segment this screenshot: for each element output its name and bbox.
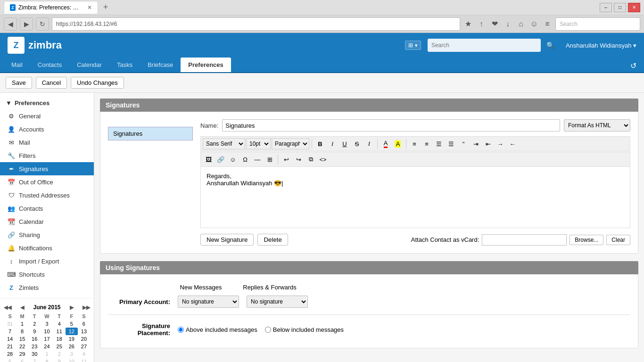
align-right-button[interactable]: ⇥ — [470, 138, 481, 149]
cal-day[interactable]: 6 — [78, 320, 90, 328]
close-button[interactable]: ✕ — [628, 3, 640, 12]
cal-day[interactable]: 5 — [66, 320, 78, 328]
paragraph-select[interactable]: Paragraph — [272, 138, 309, 149]
cal-day[interactable]: 13 — [78, 328, 90, 335]
cal-day[interactable]: 5 — [4, 358, 16, 362]
address-bar[interactable]: https://192.168.43.12/#6 — [52, 17, 460, 31]
home-icon[interactable]: ⌂ — [516, 19, 526, 29]
cal-day[interactable]: 25 — [53, 343, 66, 350]
cal-day[interactable]: 8 — [16, 328, 28, 335]
align-left-button[interactable]: ≡ — [409, 138, 420, 149]
back-button[interactable]: ◀ — [4, 17, 17, 31]
pocket-icon[interactable]: ❤ — [489, 19, 500, 29]
align-justify-button[interactable]: ⇤ — [482, 138, 494, 149]
tab-briefcase[interactable]: Briefcase — [140, 58, 181, 72]
menu-icon[interactable]: ≡ — [542, 19, 553, 29]
font-size-select[interactable]: 10pt — [246, 138, 271, 149]
cal-day[interactable]: 28 — [4, 350, 16, 358]
tab-preferences[interactable]: Preferences — [181, 58, 231, 72]
cal-day[interactable]: 1 — [41, 350, 53, 358]
cal-day[interactable]: 10 — [41, 328, 53, 335]
indent-button[interactable]: → — [495, 138, 506, 149]
cal-day[interactable]: 9 — [28, 328, 41, 335]
download-icon[interactable]: ↓ — [503, 19, 513, 29]
cal-prev-prev[interactable]: ◀◀ — [4, 304, 11, 311]
cal-day[interactable]: 29 — [16, 350, 28, 358]
maximize-button[interactable]: □ — [614, 3, 626, 12]
cal-day[interactable]: 10 — [66, 358, 78, 362]
sidebar-item-filters[interactable]: 🔧 Filters — [0, 149, 94, 162]
sidebar-item-zimlets[interactable]: Z Zimlets — [0, 281, 94, 294]
blockquote-button[interactable]: " — [458, 138, 469, 149]
redo-button[interactable]: ↪ — [293, 154, 304, 165]
cal-day[interactable]: 19 — [66, 335, 78, 343]
cal-day[interactable]: 2 — [53, 350, 66, 358]
replies-select[interactable]: No signature — [247, 296, 308, 308]
name-input[interactable] — [222, 119, 560, 132]
cal-day[interactable]: 20 — [78, 335, 90, 343]
sig-list-item[interactable]: Signatures — [108, 127, 193, 140]
sidebar-preferences-header[interactable]: ▼ Preferences — [0, 97, 94, 109]
editor-area[interactable]: Regards, Ansharullah Widiansyah 😎| — [200, 167, 630, 228]
sidebar-item-notifications[interactable]: 🔔 Notifications — [0, 241, 94, 255]
sidebar-item-sharing[interactable]: 🔗 Sharing — [0, 228, 94, 241]
bold-button[interactable]: B — [314, 138, 326, 149]
cal-day[interactable]: 30 — [28, 350, 41, 358]
cal-day[interactable]: 27 — [78, 343, 90, 350]
cal-day[interactable]: 1 — [16, 320, 28, 328]
cal-day[interactable]: 26 — [66, 343, 78, 350]
above-radio-option[interactable]: Above included messages — [178, 326, 257, 333]
italic-button[interactable]: I — [327, 138, 338, 149]
reader-icon[interactable]: ↑ — [476, 19, 487, 29]
cal-day[interactable]: 3 — [66, 350, 78, 358]
browser-search-bar[interactable]: Search — [555, 17, 640, 31]
sidebar-item-mail[interactable]: ✉ Mail — [0, 136, 94, 149]
cal-prev[interactable]: ◀ — [20, 304, 24, 311]
underline-button[interactable]: U — [339, 138, 350, 149]
browser-tab[interactable]: Z Zimbra: Preferences: Signa... ✕ — [4, 1, 98, 14]
cal-day[interactable]: 11 — [53, 328, 66, 335]
bookmark-icon[interactable]: ★ — [463, 19, 473, 29]
list-ul-button[interactable]: ☰ — [433, 138, 445, 149]
link-button[interactable]: 🔗 — [215, 154, 226, 165]
sidebar-item-general[interactable]: ⚙ General — [0, 109, 94, 123]
delete-button[interactable]: Delete — [257, 234, 288, 246]
sidebar-item-signatures[interactable]: ✒ Signatures — [0, 162, 94, 175]
tab-calendar[interactable]: Calendar — [69, 58, 109, 72]
tab-tasks[interactable]: Tasks — [109, 58, 140, 72]
cal-day[interactable]: 7 — [4, 328, 16, 335]
above-radio[interactable] — [178, 327, 184, 333]
sidebar-item-import-export[interactable]: ↕ Import / Export — [0, 255, 94, 268]
cal-day[interactable]: 16 — [28, 335, 41, 343]
special-char-button[interactable]: Ω — [239, 154, 251, 165]
outdent-button[interactable]: ← — [507, 138, 518, 149]
forward-button[interactable]: ▶ — [20, 17, 33, 31]
app-search-input[interactable] — [428, 39, 541, 52]
italic2-button[interactable]: I — [363, 138, 375, 149]
cal-day[interactable]: 2 — [28, 320, 41, 328]
new-tab-button[interactable]: + — [100, 2, 111, 13]
app-refresh-button[interactable]: ↺ — [627, 59, 640, 72]
cal-day[interactable]: 14 — [4, 335, 16, 343]
below-radio-option[interactable]: Below included messages — [265, 326, 344, 333]
align-center-button[interactable]: ≡ — [421, 138, 432, 149]
new-signature-button[interactable]: New Signature — [200, 234, 254, 246]
undo-changes-button[interactable]: Undo Changes — [71, 77, 124, 89]
emoji-button[interactable]: ☺ — [227, 154, 239, 165]
sidebar-item-calendar[interactable]: 📆 Calendar — [0, 215, 94, 228]
format-select[interactable]: Format As HTML Format As Plain Text — [564, 119, 630, 132]
source-button[interactable]: <> — [317, 154, 329, 165]
sidebar-item-trusted-addresses[interactable]: 🛡 Trusted Addresses — [0, 189, 94, 202]
undo-button[interactable]: ↩ — [281, 154, 292, 165]
cancel-button[interactable]: Cancel — [36, 77, 67, 89]
cal-day[interactable]: 4 — [53, 320, 66, 328]
cal-day[interactable]: 3 — [41, 320, 53, 328]
sidebar-item-shortcuts[interactable]: ⌨ Shortcuts — [0, 268, 94, 281]
vcard-input[interactable] — [482, 234, 567, 246]
image-button[interactable]: 🖼 — [203, 154, 214, 165]
cal-day[interactable]: 12 — [66, 328, 78, 335]
cal-day[interactable]: 4 — [78, 350, 90, 358]
cal-day[interactable]: 22 — [16, 343, 28, 350]
user-menu[interactable]: Ansharullah Widiansyah ▾ — [566, 42, 636, 49]
cal-next[interactable]: ▶ — [70, 304, 74, 311]
